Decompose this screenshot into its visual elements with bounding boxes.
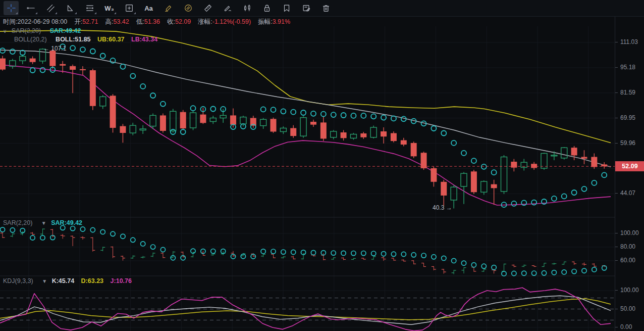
pattern-tool-button[interactable] (240, 1, 255, 15)
info-amplitude: 振幅:3.91% (258, 18, 290, 26)
ruler-tool-button[interactable] (200, 1, 216, 15)
boll-mid-value: BOLL:51.85 (56, 36, 90, 43)
wave-icon: W₃ (104, 5, 114, 12)
low-price-annotation: 40.3 → (433, 204, 452, 211)
price-axis-label: 44.07 (620, 190, 635, 197)
kdj-axis-label: 50.00 (620, 305, 635, 312)
horizontal-line-tool-button[interactable] (23, 1, 38, 15)
kdj-j-value: J:10.76 (111, 277, 132, 285)
sar-axis-label: 80.00 (620, 243, 635, 250)
info-open: 开:52.71 (74, 18, 98, 26)
last-price-badge: 52.09 (615, 161, 644, 171)
sar-axis-label: 60.00 (620, 257, 635, 264)
ohlc-info-bar: 时间:2022-06-29 08:00 开:52.71 高:53.42 低:51… (3, 17, 297, 26)
highlighter-tool-button[interactable] (161, 1, 176, 15)
dropdown-corner-icon (16, 12, 18, 14)
note-edit-icon (302, 3, 311, 13)
delete-tool-button[interactable] (318, 1, 334, 15)
notes-tool-button[interactable] (299, 1, 314, 15)
collapse-chevron-icon[interactable]: ∨ (3, 28, 7, 34)
boll-indicator-title[interactable]: BOLL(20,2) (14, 36, 47, 43)
trash-icon (321, 3, 331, 13)
trend-line-icon (46, 3, 55, 13)
rectangle-plus-icon (125, 3, 134, 13)
text-tool-icon: Aa (144, 5, 153, 12)
dropdown-corner-icon (134, 12, 136, 14)
measure-disabled-tool-button[interactable] (181, 1, 196, 15)
dropdown-corner-icon (55, 12, 57, 14)
candlestick-icon (243, 3, 252, 13)
fib-lines-icon (85, 3, 94, 13)
price-axis-label: 111.03 (620, 38, 638, 45)
fib-retracement-tool-button[interactable] (82, 1, 97, 15)
trend-line-tool-button[interactable] (43, 1, 58, 15)
price-axis-label: 59.96 (620, 139, 635, 147)
boll-lower-value: LB:43.34 (131, 36, 157, 43)
lock-tool-button[interactable] (259, 1, 275, 15)
sar-indicator-title[interactable]: SAR(2,20) (12, 27, 41, 34)
ruler-icon (203, 3, 212, 13)
rectangle-tool-button[interactable] (122, 1, 137, 15)
kdj-d-value: D:63.23 (81, 277, 103, 285)
info-high: 高:53.42 (105, 18, 129, 26)
drawing-toolbar: W₃ Aa (0, 0, 644, 17)
high-price-annotation: ← 107.1 (43, 45, 67, 52)
sar-pane-chevron-icon[interactable]: ▼ (41, 220, 46, 226)
info-change: 涨幅:-1.12%(-0.59) (198, 18, 251, 26)
sar-indicator-value: SAR:49.42 (50, 27, 81, 34)
dropdown-corner-icon (35, 12, 37, 14)
lock-icon (262, 3, 272, 13)
sar-pane-title[interactable]: SAR(2,20) (3, 219, 32, 226)
info-close: 收:52.09 (167, 18, 191, 26)
triangle-tool-button[interactable] (63, 1, 78, 15)
boll-header: BOLL(20,2) BOLL:51.85 UB:60.37 LB:43.34 (14, 36, 157, 43)
pen-icon (223, 3, 232, 13)
triangle-icon (66, 3, 75, 13)
main-pane-header: ∨ SAR(2,20) SAR:49.42 (3, 27, 81, 34)
bookmark-tool-button[interactable] (279, 1, 294, 15)
sar-axis-label: 100.00 (620, 229, 639, 237)
circle-slash-icon (184, 3, 193, 13)
info-time: 时间:2022-06-29 08:00 (3, 18, 67, 26)
price-axis-label: 81.59 (620, 89, 635, 96)
kdj-pane-header: KDJ(9,3,3) ▼ K:45.74 D:63.23 J:10.76 (3, 277, 132, 285)
dropdown-corner-icon (114, 12, 116, 14)
highlighter-icon (164, 3, 173, 13)
dropdown-corner-icon (94, 12, 96, 14)
price-axis-label: 95.18 (620, 64, 635, 71)
dropdown-corner-icon (75, 12, 77, 14)
kdj-pane-title[interactable]: KDJ(9,3,3) (3, 277, 33, 285)
text-tool-button[interactable]: Aa (141, 1, 156, 15)
wave-tool-button[interactable]: W₃ (102, 1, 117, 15)
boll-upper-value: UB:60.37 (97, 36, 125, 43)
price-axis-label: 69.95 (620, 114, 635, 121)
horizontal-line-icon (26, 3, 35, 13)
brush-tool-button[interactable] (220, 1, 235, 15)
kdj-pane-chevron-icon[interactable]: ▼ (42, 278, 47, 284)
trading-chart-app: W₃ Aa 时间:2022-06-29 08:00 开:52.71 高:53.4… (0, 0, 644, 331)
crosshair-tool-button[interactable] (4, 1, 19, 15)
kdj-axis-label: 100.00 (620, 287, 639, 294)
kdj-axis-label: 0.00 (620, 323, 632, 330)
sar-pane-header: SAR(2,20) ▼ SAR:49.42 (3, 219, 82, 226)
kdj-k-value: K:45.74 (52, 277, 74, 285)
price-axis[interactable]: 52.09 111.0395.1881.5969.9559.9644.07100… (615, 16, 644, 331)
info-low: 低:51.36 (136, 18, 160, 26)
bookmark-icon (282, 3, 291, 13)
crosshair-icon (7, 3, 16, 13)
sar-pane-value: SAR:49.42 (51, 219, 82, 226)
